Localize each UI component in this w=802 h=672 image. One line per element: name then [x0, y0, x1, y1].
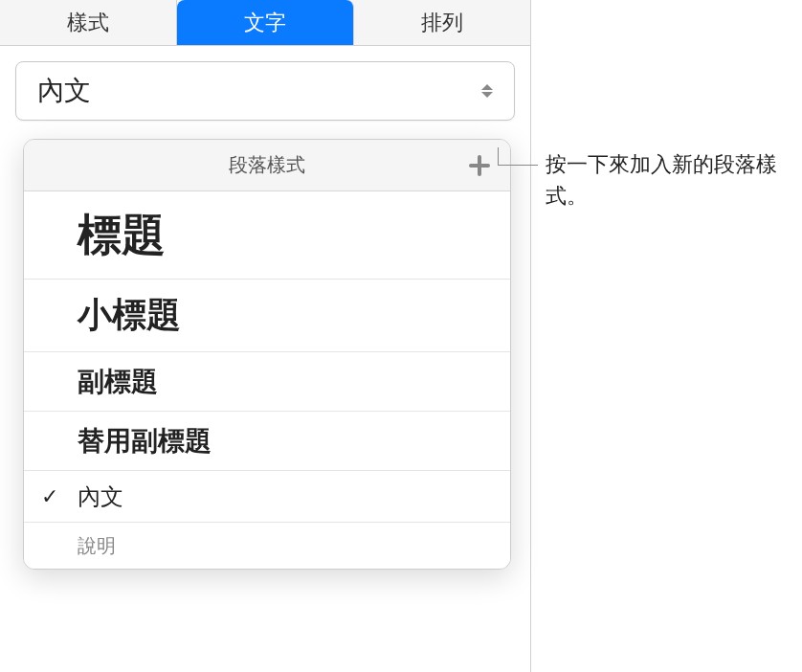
dropdown-selected-label: 內文 — [37, 73, 91, 109]
tab-arrange[interactable]: 排列 — [354, 0, 530, 45]
tab-text[interactable]: 文字 — [177, 0, 354, 45]
style-item-title[interactable]: 標題 — [24, 191, 510, 280]
popover-title: 段落樣式 — [229, 152, 305, 178]
tab-bar: 樣式 文字 排列 — [0, 0, 530, 46]
style-list: 標題 小標題 副標題 替用副標題 ✓ 內文 說明 — [24, 191, 510, 569]
style-label: 替用副標題 — [78, 423, 212, 459]
inspector-panel: 樣式 文字 排列 內文 段落樣式 標題 小標題 — [0, 0, 531, 672]
style-item-body[interactable]: ✓ 內文 — [24, 471, 510, 523]
paragraph-style-popover: 段落樣式 標題 小標題 副標題 替用副標題 ✓ 內文 說明 — [23, 139, 511, 570]
callout-connector-line — [498, 165, 538, 166]
plus-icon — [469, 155, 490, 176]
style-item-caption[interactable]: 說明 — [24, 523, 510, 569]
checkmark-icon: ✓ — [41, 484, 58, 509]
style-label: 內文 — [78, 482, 123, 512]
style-item-heading[interactable]: 副標題 — [24, 352, 510, 412]
content-area: 內文 — [0, 46, 530, 136]
style-item-alt-heading[interactable]: 替用副標題 — [24, 412, 510, 471]
callout-text: 按一下來加入新的段落樣式。 — [546, 148, 785, 212]
popover-header: 段落樣式 — [24, 140, 510, 191]
add-paragraph-style-button[interactable] — [466, 152, 493, 179]
style-label: 說明 — [78, 533, 116, 559]
style-item-subtitle[interactable]: 小標題 — [24, 280, 510, 352]
paragraph-style-select[interactable]: 內文 — [15, 61, 515, 121]
updown-chevron-icon — [478, 79, 497, 102]
style-label: 標題 — [78, 206, 166, 265]
style-label: 小標題 — [78, 292, 181, 339]
style-label: 副標題 — [78, 364, 158, 400]
tab-style[interactable]: 樣式 — [0, 0, 177, 45]
